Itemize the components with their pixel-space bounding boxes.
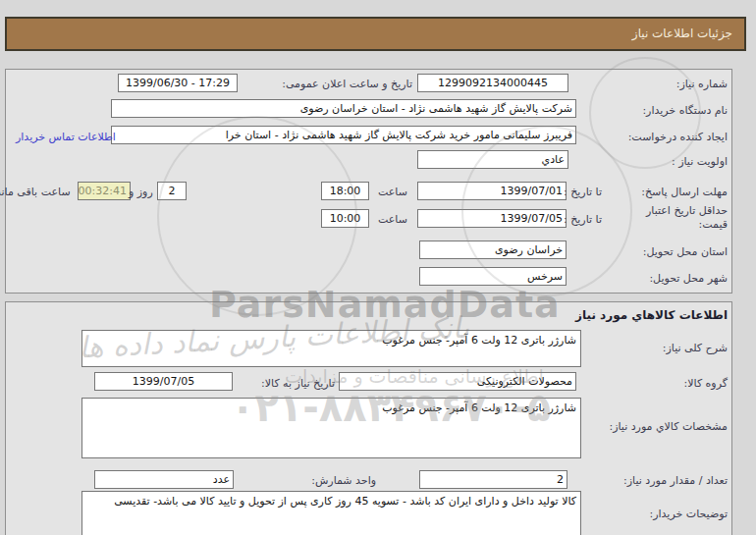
general-desc-textarea[interactable]: شارژر باتری 12 ولت 6 آمپر- جنس مرغوب bbox=[81, 330, 581, 367]
page-title: جزئیات اطلاعات نیاز bbox=[5, 17, 746, 51]
validity-time-field[interactable]: 10:00 bbox=[321, 209, 369, 228]
validity-hour-label: ساعت bbox=[378, 213, 407, 226]
countdown-days-field: 2 bbox=[157, 182, 187, 200]
announce-label: تاریخ و ساعت اعلان عمومی: bbox=[282, 78, 412, 90]
need-number-label: شماره نیاز: bbox=[676, 78, 728, 90]
deadline-date-field[interactable]: 1399/07/01 bbox=[417, 182, 567, 200]
spec-textarea[interactable]: شارژر باتری 12 ولت 6 آمپر- جنس مرغوب bbox=[81, 398, 581, 458]
general-desc-label: شرح کلی نیاز: bbox=[663, 342, 728, 354]
goods-group-field[interactable]: محصولات الکترونیکی bbox=[339, 372, 576, 391]
countdown-label: ساعت باقی مانده bbox=[0, 186, 74, 198]
city-field[interactable]: سرخس bbox=[419, 267, 567, 286]
goods-group-label: گروه کالا: bbox=[684, 377, 728, 390]
validity-until-label: تا تاریخ : bbox=[564, 213, 602, 226]
countdown-timer: 00:32:41 bbox=[78, 182, 131, 200]
deadline-label: مهلت ارسال پاسخ: bbox=[641, 186, 728, 198]
buyer-contact-link[interactable]: اطلاعات تماس خریدار bbox=[16, 131, 116, 143]
unit-label: واحد شمارش: bbox=[311, 474, 376, 487]
creator-label: ایجاد کننده درخواست: bbox=[628, 131, 728, 143]
buyer-org-field[interactable]: شرکت پالایش گاز شهید هاشمی نژاد - استان … bbox=[111, 99, 576, 118]
buyer-notes-label: توضیحات خریدار: bbox=[650, 508, 729, 520]
priority-label: اولویت نیاز : bbox=[672, 155, 728, 168]
page: { "header": { "title": "جزئیات اطلاعات ن… bbox=[0, 0, 756, 535]
spec-label: مشخصات کالاي مورد نیاز: bbox=[609, 420, 728, 433]
deadline-until-label: تا تاریخ : bbox=[564, 186, 602, 198]
validity-label: حداقل تاریخ اعتبار قیمت: bbox=[629, 204, 728, 232]
announce-field[interactable]: 1399/06/30 - 17:29 bbox=[118, 74, 238, 92]
buyer-org-label: نام دستگاه خریدار: bbox=[642, 104, 728, 117]
qty-label: تعداد / مقدار مورد نیاز: bbox=[623, 474, 728, 487]
province-label: استان محل تحویل: bbox=[643, 245, 728, 258]
deadline-time-field[interactable]: 18:00 bbox=[321, 182, 369, 200]
qty-field[interactable]: 2 bbox=[419, 470, 567, 489]
unit-field[interactable]: عدد bbox=[94, 470, 234, 489]
validity-date-field[interactable]: 1399/07/05 bbox=[417, 209, 567, 228]
need-date-field[interactable]: 1399/07/05 bbox=[94, 372, 233, 391]
priority-field[interactable]: عادي bbox=[417, 150, 568, 169]
buyer-notes-textarea[interactable]: کالا تولید داخل و دارای ایران کد باشد - … bbox=[81, 491, 581, 535]
city-label: شهر محل تحویل: bbox=[649, 272, 728, 285]
province-field[interactable]: خراسان رضوی bbox=[419, 241, 567, 259]
need-date-label: تاریخ نیاز به کالا: bbox=[261, 377, 335, 390]
goods-section-title: اطلاعات کالاهاي مورد نیاز bbox=[575, 308, 728, 322]
deadline-hour-label: ساعت bbox=[378, 186, 407, 198]
need-number-field[interactable]: 1299092134000445 bbox=[417, 74, 568, 92]
creator-field[interactable]: فریبرز سلیمانی مامور خرید شرکت پالایش گا… bbox=[111, 126, 576, 144]
countdown-days-label: روز و bbox=[129, 186, 153, 198]
